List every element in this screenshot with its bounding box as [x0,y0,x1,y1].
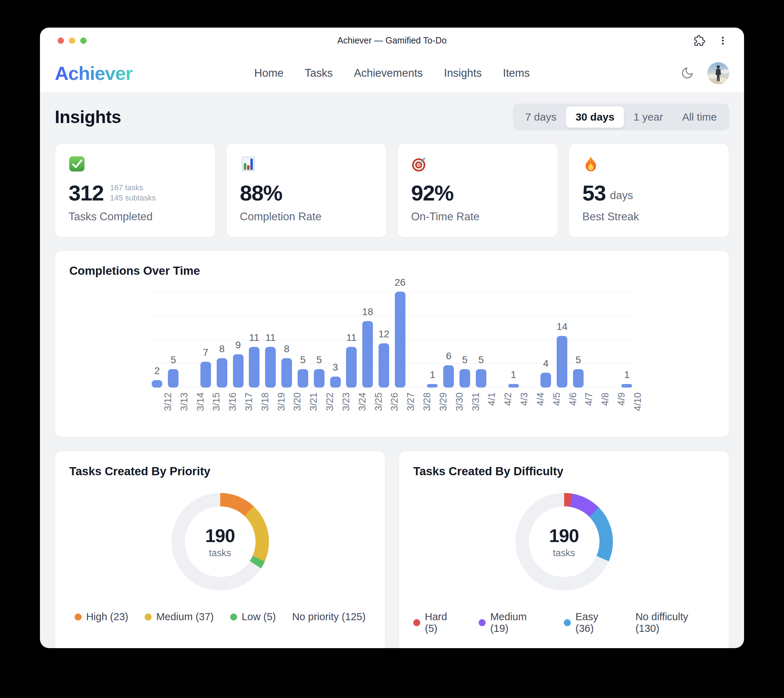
bar [540,373,551,388]
bar-value-label: 1 [430,369,435,381]
legend-dot [145,614,152,620]
legend-dot [479,619,486,626]
priority-legend: High (23)Medium (37)Low (5)No priority (… [69,611,371,623]
x-tick-label: 4/10 [632,393,643,411]
app-navbar: Achiever Home Tasks Achievements Insight… [40,53,744,93]
bar-value-label: 2 [155,365,160,376]
bar-column: 73/15 [198,292,214,388]
insights-page: Insights 7 days 30 days 1 year All time … [40,104,744,648]
x-tick-label: 3/27 [405,393,417,411]
x-tick-label: 4/1 [486,393,497,406]
x-tick-label: 3/29 [438,393,449,411]
bar [330,376,341,388]
bar-column: 123/26 [376,292,392,388]
nav-links: Home Tasks Achievements Insights Items [254,67,529,79]
bar-column: 83/16 [214,292,230,388]
legend-item[interactable]: No priority (125) [292,611,366,623]
app-window: Achiever — Gamified To-Do Achiever Home … [40,28,744,648]
donut-total: 190 [205,525,235,546]
time-range-all-time[interactable]: All time [673,106,726,128]
legend-item[interactable]: Low (5) [230,611,276,623]
bar [346,347,357,388]
bar [443,365,454,388]
legend-dot [564,619,571,626]
legend-item[interactable]: High (23) [74,611,128,623]
moon-icon[interactable] [681,66,694,79]
legend-label: Low (5) [242,611,276,623]
x-tick-label: 4/3 [519,393,530,406]
stat-value: 88% [240,182,282,204]
nav-item-items[interactable]: Items [503,67,530,79]
stat-card-completion-rate: 88% Completion Rate [226,143,387,238]
stat-cards-row: 312 167 tasks 145 subtasks Tasks Complet… [55,143,729,238]
bar-value-label: 6 [446,350,452,362]
bar [201,362,211,388]
bar-value-label: 11 [346,332,357,343]
stat-card-best-streak: 53 days Best Streak [569,143,730,238]
bar [217,358,227,388]
extension-icon[interactable] [694,35,705,46]
legend-dot [413,619,420,626]
bar [249,347,259,388]
x-tick-label: 3/18 [259,393,270,411]
avatar[interactable] [707,62,729,84]
bar-value-label: 5 [316,354,322,366]
bar-column: 14/3 [506,292,522,388]
legend-label: Easy (36) [575,611,619,634]
time-range-7-days[interactable]: 7 days [516,106,566,128]
donut-total: 190 [549,525,579,546]
nav-item-insights[interactable]: Insights [444,67,482,79]
legend-item[interactable]: Easy (36) [564,611,619,634]
donut-sublabel: tasks [205,548,235,559]
time-range-1-year[interactable]: 1 year [624,106,672,128]
bar-value-label: 8 [219,343,225,355]
legend-item[interactable]: Medium (37) [145,611,214,623]
kebab-menu-icon[interactable] [717,35,728,46]
chart-title: Completions Over Time [69,264,715,277]
legend-item[interactable]: No difficulty (130) [636,611,715,634]
legend-label: Hard (5) [425,611,462,634]
stat-sublabels: 167 tasks 145 subtasks [110,183,156,203]
nav-item-home[interactable]: Home [254,67,283,79]
nav-item-tasks[interactable]: Tasks [305,67,333,79]
bar-value-label: 3 [333,362,338,373]
x-tick-label: 4/2 [502,393,514,406]
bar-value-label: 11 [249,332,259,343]
time-range-selector: 7 days 30 days 1 year All time [513,104,729,130]
bar [621,384,632,388]
bar-column: 53/31 [457,292,473,388]
nav-item-achievements[interactable]: Achievements [354,67,423,79]
bar-value-label: 5 [478,354,484,366]
bar-column: 54/7 [570,292,586,388]
chart-title: Tasks Created By Difficulty [413,465,715,478]
brand-logo[interactable]: Achiever [55,62,133,84]
bar-column: 13/29 [425,292,441,388]
stat-label: Tasks Completed [69,210,202,223]
bar-value-label: 18 [362,306,373,317]
x-tick-label: 3/22 [324,393,336,411]
donut-center: 190 tasks [549,525,579,559]
bar-column: 33/23 [327,292,344,388]
bar-value-label: 9 [236,340,241,351]
x-tick-label: 3/23 [341,393,352,411]
x-tick-label: 4/8 [600,393,611,406]
bar-value-label: 4 [543,358,548,369]
bar [476,369,486,388]
bar-column: 183/25 [359,292,376,388]
window-title: Achiever — Gamified To-Do [40,35,744,46]
x-tick-label: 3/15 [211,393,222,411]
bar-value-label: 8 [284,343,290,355]
legend-item[interactable]: Hard (5) [413,611,462,634]
bar-value-label: 11 [265,332,276,343]
legend-item[interactable]: Medium (19) [479,611,547,634]
bar [168,369,178,388]
time-range-30-days[interactable]: 30 days [566,106,624,128]
bar [427,384,438,388]
bar [460,369,470,388]
legend-label: No priority (125) [292,611,366,623]
x-tick-label: 3/21 [308,393,319,411]
donut-sublabel: tasks [549,548,579,559]
bar-column: 53/21 [295,292,311,388]
bar [233,354,244,388]
bar [282,358,292,388]
